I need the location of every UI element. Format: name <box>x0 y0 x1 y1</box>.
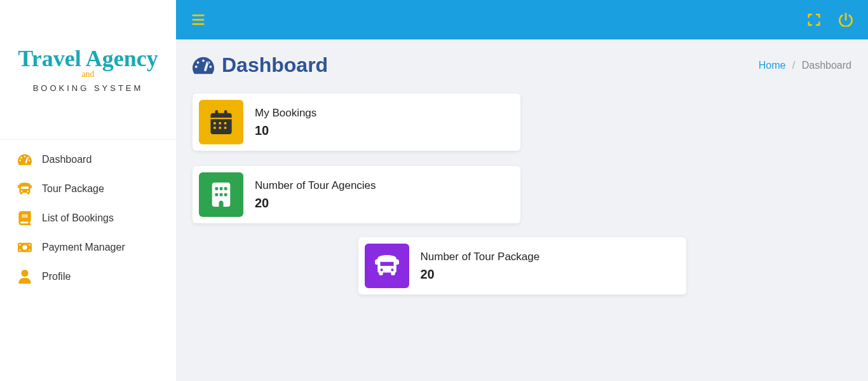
card-value: 10 <box>255 123 316 138</box>
card-title: Number of Tour Package <box>421 251 540 263</box>
fullscreen-button[interactable] <box>804 10 824 29</box>
brand-line3: BOOKING SYSTEM <box>33 83 144 93</box>
book-icon <box>18 211 32 225</box>
menu-toggle-button[interactable] <box>189 10 208 29</box>
dashboard-icon <box>193 55 214 76</box>
card-tour-agencies[interactable]: Number of Tour Agencies 20 <box>193 166 520 223</box>
bus-icon <box>365 244 409 288</box>
main: Dashboard Home / Dashboard My Bookings 1… <box>176 0 868 381</box>
content-area: Dashboard Home / Dashboard My Bookings 1… <box>176 39 868 308</box>
card-value: 20 <box>255 196 376 211</box>
page-title-text: Dashboard <box>222 53 328 77</box>
breadcrumb: Home / Dashboard <box>759 60 851 71</box>
card-title: My Bookings <box>255 107 316 120</box>
sidebar-item-label: Profile <box>42 271 71 282</box>
calendar-icon <box>199 100 243 144</box>
sidebar-item-label: Dashboard <box>42 154 92 165</box>
card-value: 20 <box>421 267 540 282</box>
power-button[interactable] <box>836 10 855 29</box>
card-my-bookings[interactable]: My Bookings 10 <box>193 94 520 151</box>
topbar <box>176 0 868 39</box>
breadcrumb-home[interactable]: Home <box>759 60 786 71</box>
sidebar-item-payment-manager[interactable]: Payment Manager <box>0 233 176 262</box>
money-icon <box>18 240 32 254</box>
sidebar: Travel Agency and BOOKING SYSTEM Dashboa… <box>0 0 176 381</box>
brand-line2: and <box>81 69 94 80</box>
card-tour-packages[interactable]: Number of Tour Package 20 <box>358 237 686 294</box>
page-title: Dashboard <box>193 53 328 77</box>
stat-cards-row-1: My Bookings 10 Number of Tour Agencies 2… <box>193 94 851 223</box>
breadcrumb-separator: / <box>792 60 795 71</box>
user-icon <box>18 270 32 284</box>
sidebar-item-tour-package[interactable]: Tour Package <box>0 174 176 204</box>
page-header: Dashboard Home / Dashboard <box>193 53 851 77</box>
sidebar-item-list-bookings[interactable]: List of Bookings <box>0 204 176 233</box>
building-icon <box>199 172 243 217</box>
card-title: Number of Tour Agencies <box>255 179 376 192</box>
sidebar-item-label: Tour Package <box>42 183 104 195</box>
sidebar-item-dashboard[interactable]: Dashboard <box>0 145 176 174</box>
sidebar-nav: Dashboard Tour Package List of Bookings … <box>0 140 176 296</box>
stat-cards-row-2: Number of Tour Package 20 <box>193 237 851 294</box>
sidebar-item-label: Payment Manager <box>42 242 125 253</box>
sidebar-item-profile[interactable]: Profile <box>0 262 176 291</box>
brand-line1: Travel Agency <box>18 46 158 72</box>
brand-logo: Travel Agency and BOOKING SYSTEM <box>0 0 176 140</box>
breadcrumb-current: Dashboard <box>802 60 851 71</box>
dashboard-icon <box>18 153 32 167</box>
sidebar-item-label: List of Bookings <box>42 212 114 224</box>
bus-icon <box>18 182 32 196</box>
